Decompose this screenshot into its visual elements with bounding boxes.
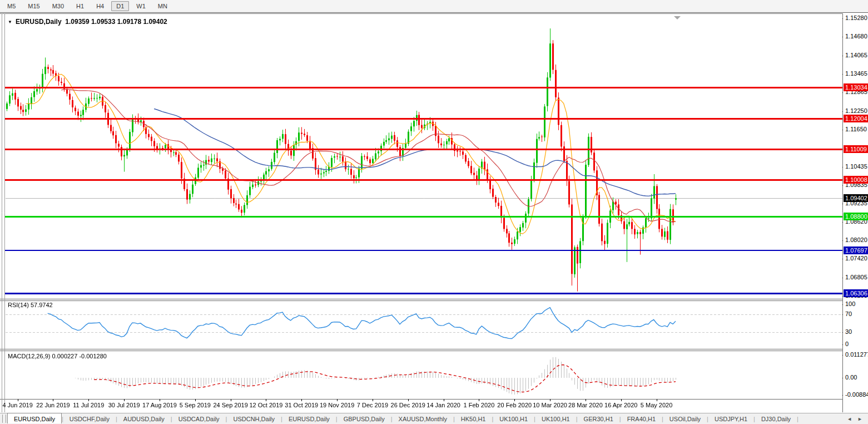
chart-tab-dj30-daily[interactable]: DJ30,Daily: [755, 413, 797, 424]
chart-tab-gbpusd-daily[interactable]: GBPUSD,Daily: [338, 413, 391, 424]
tab-separator: |: [797, 413, 798, 424]
chart-tab-bar: EURUSD,Daily|USDCHF,Daily|AUDUSD,Daily|U…: [0, 413, 868, 424]
price-axis-tick: 1.14065: [845, 52, 867, 58]
date-axis-label: 24 Sep 2019: [213, 402, 247, 408]
chart-tab-uk100-h1[interactable]: UK100,H1: [535, 413, 576, 424]
price-level-tag: 1.12004: [844, 115, 868, 122]
rsi-axis-tick: 0: [845, 341, 849, 347]
chart-tab-xauusd-monthly[interactable]: XAUUSD,Monthly: [393, 413, 453, 424]
timeframe-button-mn[interactable]: MN: [153, 1, 172, 11]
date-axis-label: 1 Feb 2020: [464, 402, 495, 408]
date-axis-label: 30 Jul 2019: [108, 402, 140, 408]
date-axis-label: 31 Oct 2019: [285, 402, 318, 408]
price-axis-tick: 1.08020: [845, 236, 867, 243]
chart-tab-ger30-h1[interactable]: GER30,H1: [578, 413, 619, 424]
macd-axis-tick: 0.00: [845, 374, 857, 381]
price-axis-tick: 1.07420: [845, 255, 867, 262]
chart-title: ▼EURUSD,Daily 1.09359 1.09533 1.09178 1.…: [8, 18, 167, 26]
chart-tab-fra40-h1[interactable]: FRA40,H1: [621, 413, 662, 424]
chevron-down-icon[interactable]: ▼: [8, 19, 12, 24]
price-axis-tick: 1.06805: [845, 274, 867, 280]
date-axis-label: 16 Apr 2020: [604, 402, 637, 408]
chart-tab-usoil-daily[interactable]: USOil,Daily: [663, 413, 707, 424]
macd-axis-tick: 0.011277: [845, 351, 868, 358]
date-axis-label: 19 Nov 2019: [320, 402, 354, 408]
mt4-window: M5M15M30H1H4D1W1MN ▼EURUSD,Daily 1.09359…: [0, 0, 868, 424]
rsi-axis-tick: 100: [845, 300, 855, 307]
price-level-tag: 1.11009: [844, 145, 868, 153]
timeframe-button-w1[interactable]: W1: [131, 1, 151, 11]
date-axis-label: 12 Oct 2019: [249, 402, 282, 408]
date-axis-label: 5 Sep 2019: [180, 402, 211, 408]
timeframe-button-d1[interactable]: D1: [111, 1, 129, 11]
price-axis-tick: 1.10435: [845, 163, 867, 170]
price-level-tag: 1.07697: [844, 246, 868, 254]
price-level-tag: 1.09402: [844, 194, 868, 202]
timeframe-button-m5[interactable]: M5: [2, 1, 21, 11]
macd-axis-tick: -0.00884: [845, 391, 868, 398]
chart-tab-usdcnh-daily[interactable]: USDCNH,Daily: [227, 413, 281, 424]
macd-indicator-label: MACD(12,26,9) 0.000227 -0.001280: [8, 353, 107, 359]
timeframe-button-h1[interactable]: H1: [71, 1, 89, 11]
date-axis-label: 26 Dec 2019: [391, 402, 425, 408]
date-axis-label: 20 Feb 2020: [497, 402, 532, 408]
price-axis-tick: 1.15280: [845, 14, 867, 21]
tab-scroll-right-icon[interactable]: ►: [857, 416, 862, 422]
date-axis-label: 10 Mar 2020: [533, 402, 567, 408]
price-chart-canvas[interactable]: [0, 13, 868, 413]
timeframe-button-h4[interactable]: H4: [91, 1, 109, 11]
date-axis-label: 11 Jul 2019: [73, 402, 104, 408]
price-axis[interactable]: 1.152801.146801.140651.134651.128651.122…: [843, 13, 868, 400]
date-axis-label: 5 May 2020: [641, 402, 672, 408]
timeframe-toolbar: M5M15M30H1H4D1W1MN: [0, 0, 868, 13]
rsi-axis-tick: 30: [845, 328, 852, 335]
price-axis-tick: 1.14680: [845, 33, 867, 40]
price-level-tag: 1.06306: [844, 289, 868, 297]
rsi-indicator-label: RSI(14) 57.9742: [8, 302, 53, 308]
timeframe-button-m15[interactable]: M15: [23, 1, 44, 11]
price-axis-tick: 1.11650: [845, 126, 867, 132]
price-level-tag: 1.13034: [844, 83, 868, 91]
date-axis-label: 4 Jun 2019: [2, 402, 32, 408]
chart-tab-hk50-h1[interactable]: HK50,H1: [455, 413, 492, 424]
date-axis[interactable]: 4 Jun 201922 Jun 201911 Jul 201930 Jul 2…: [0, 400, 843, 413]
tab-bar-grip: [2, 415, 6, 423]
chart-ohlc-values: 1.09359 1.09533 1.09178 1.09402: [65, 18, 167, 26]
price-level-tag: 1.10008: [844, 176, 868, 184]
chart-symbol-label: EURUSD,Daily: [16, 18, 62, 26]
date-axis-label: 14 Jan 2020: [426, 402, 460, 408]
date-axis-label: 7 Dec 2019: [357, 402, 388, 408]
date-axis-label: 22 Jun 2019: [36, 402, 70, 408]
date-axis-label: 28 Mar 2020: [568, 402, 603, 408]
price-level-tag: 1.08800: [844, 213, 868, 220]
rsi-axis-tick: 70: [845, 310, 852, 317]
date-axis-label: 17 Aug 2019: [142, 402, 177, 408]
chart-tab-uk100-h1[interactable]: UK100,H1: [493, 413, 534, 424]
price-axis-tick: 1.13465: [845, 70, 867, 77]
price-axis-tick: 1.12250: [845, 107, 867, 114]
tab-scroll-left-icon[interactable]: ◄: [847, 416, 852, 422]
timeframe-button-m30[interactable]: M30: [47, 1, 69, 11]
chart-tab-usdjpy-h1[interactable]: USDJPY,H1: [708, 413, 753, 424]
chart-tab-usdcad-daily[interactable]: USDCAD,Daily: [172, 413, 226, 424]
chart-tab-eurusd-daily[interactable]: EURUSD,Daily: [282, 413, 336, 424]
chart-tab-eurusd-daily[interactable]: EURUSD,Daily: [7, 413, 62, 423]
chart-tab-audusd-daily[interactable]: AUDUSD,Daily: [117, 413, 171, 424]
chart-tab-usdchf-daily[interactable]: USDCHF,Daily: [63, 413, 116, 424]
